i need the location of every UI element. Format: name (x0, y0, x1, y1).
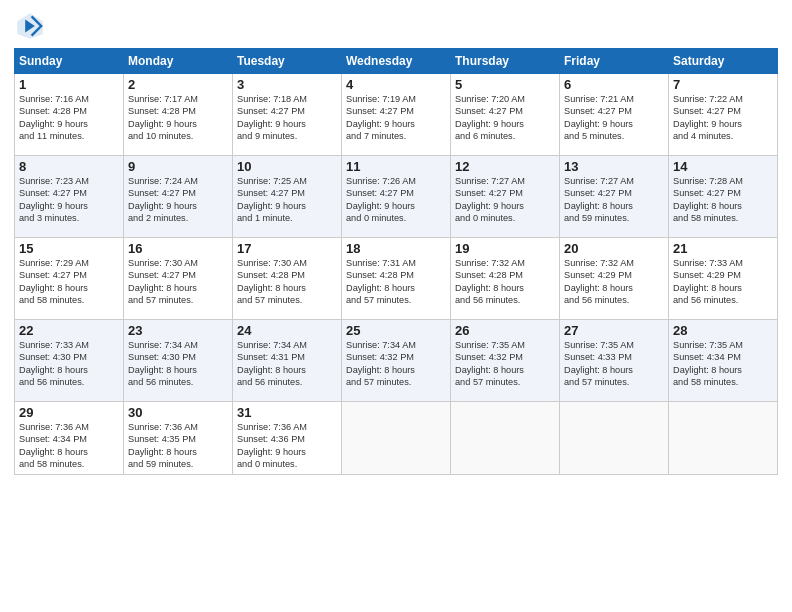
day-number: 16 (128, 241, 228, 256)
day-number: 20 (564, 241, 664, 256)
calendar-table: SundayMondayTuesdayWednesdayThursdayFrid… (14, 48, 778, 475)
cell-info: Sunrise: 7:33 AMSunset: 4:29 PMDaylight:… (673, 257, 773, 307)
calendar-cell: 11Sunrise: 7:26 AMSunset: 4:27 PMDayligh… (342, 156, 451, 238)
calendar-cell: 4Sunrise: 7:19 AMSunset: 4:27 PMDaylight… (342, 74, 451, 156)
cell-info: Sunrise: 7:22 AMSunset: 4:27 PMDaylight:… (673, 93, 773, 143)
day-number: 24 (237, 323, 337, 338)
day-number: 28 (673, 323, 773, 338)
cell-info: Sunrise: 7:36 AMSunset: 4:35 PMDaylight:… (128, 421, 228, 471)
day-number: 6 (564, 77, 664, 92)
day-number: 3 (237, 77, 337, 92)
calendar-cell: 21Sunrise: 7:33 AMSunset: 4:29 PMDayligh… (669, 238, 778, 320)
calendar-week-row: 8Sunrise: 7:23 AMSunset: 4:27 PMDaylight… (15, 156, 778, 238)
day-number: 31 (237, 405, 337, 420)
logo-icon (14, 10, 46, 42)
calendar-week-row: 15Sunrise: 7:29 AMSunset: 4:27 PMDayligh… (15, 238, 778, 320)
header-cell-monday: Monday (124, 49, 233, 74)
logo (14, 10, 50, 42)
calendar-cell: 13Sunrise: 7:27 AMSunset: 4:27 PMDayligh… (560, 156, 669, 238)
page: SundayMondayTuesdayWednesdayThursdayFrid… (0, 0, 792, 612)
calendar-cell: 2Sunrise: 7:17 AMSunset: 4:28 PMDaylight… (124, 74, 233, 156)
day-number: 17 (237, 241, 337, 256)
cell-info: Sunrise: 7:17 AMSunset: 4:28 PMDaylight:… (128, 93, 228, 143)
calendar-cell (342, 402, 451, 475)
calendar-cell: 29Sunrise: 7:36 AMSunset: 4:34 PMDayligh… (15, 402, 124, 475)
day-number: 2 (128, 77, 228, 92)
cell-info: Sunrise: 7:32 AMSunset: 4:29 PMDaylight:… (564, 257, 664, 307)
header-cell-thursday: Thursday (451, 49, 560, 74)
calendar-cell (669, 402, 778, 475)
calendar-cell: 10Sunrise: 7:25 AMSunset: 4:27 PMDayligh… (233, 156, 342, 238)
cell-info: Sunrise: 7:33 AMSunset: 4:30 PMDaylight:… (19, 339, 119, 389)
day-number: 14 (673, 159, 773, 174)
cell-info: Sunrise: 7:36 AMSunset: 4:36 PMDaylight:… (237, 421, 337, 471)
calendar-cell: 31Sunrise: 7:36 AMSunset: 4:36 PMDayligh… (233, 402, 342, 475)
calendar-cell: 8Sunrise: 7:23 AMSunset: 4:27 PMDaylight… (15, 156, 124, 238)
calendar-cell: 12Sunrise: 7:27 AMSunset: 4:27 PMDayligh… (451, 156, 560, 238)
calendar-cell: 20Sunrise: 7:32 AMSunset: 4:29 PMDayligh… (560, 238, 669, 320)
day-number: 15 (19, 241, 119, 256)
day-number: 5 (455, 77, 555, 92)
cell-info: Sunrise: 7:35 AMSunset: 4:33 PMDaylight:… (564, 339, 664, 389)
header-cell-sunday: Sunday (15, 49, 124, 74)
calendar-week-row: 1Sunrise: 7:16 AMSunset: 4:28 PMDaylight… (15, 74, 778, 156)
day-number: 25 (346, 323, 446, 338)
calendar-week-row: 29Sunrise: 7:36 AMSunset: 4:34 PMDayligh… (15, 402, 778, 475)
calendar-header-row: SundayMondayTuesdayWednesdayThursdayFrid… (15, 49, 778, 74)
calendar-cell: 5Sunrise: 7:20 AMSunset: 4:27 PMDaylight… (451, 74, 560, 156)
day-number: 27 (564, 323, 664, 338)
cell-info: Sunrise: 7:29 AMSunset: 4:27 PMDaylight:… (19, 257, 119, 307)
calendar-cell: 24Sunrise: 7:34 AMSunset: 4:31 PMDayligh… (233, 320, 342, 402)
cell-info: Sunrise: 7:26 AMSunset: 4:27 PMDaylight:… (346, 175, 446, 225)
cell-info: Sunrise: 7:27 AMSunset: 4:27 PMDaylight:… (455, 175, 555, 225)
calendar-cell: 18Sunrise: 7:31 AMSunset: 4:28 PMDayligh… (342, 238, 451, 320)
day-number: 21 (673, 241, 773, 256)
day-number: 13 (564, 159, 664, 174)
cell-info: Sunrise: 7:34 AMSunset: 4:30 PMDaylight:… (128, 339, 228, 389)
calendar-cell: 16Sunrise: 7:30 AMSunset: 4:27 PMDayligh… (124, 238, 233, 320)
calendar-cell: 23Sunrise: 7:34 AMSunset: 4:30 PMDayligh… (124, 320, 233, 402)
calendar-cell: 30Sunrise: 7:36 AMSunset: 4:35 PMDayligh… (124, 402, 233, 475)
cell-info: Sunrise: 7:20 AMSunset: 4:27 PMDaylight:… (455, 93, 555, 143)
calendar-cell: 28Sunrise: 7:35 AMSunset: 4:34 PMDayligh… (669, 320, 778, 402)
day-number: 29 (19, 405, 119, 420)
day-number: 26 (455, 323, 555, 338)
cell-info: Sunrise: 7:23 AMSunset: 4:27 PMDaylight:… (19, 175, 119, 225)
day-number: 4 (346, 77, 446, 92)
cell-info: Sunrise: 7:36 AMSunset: 4:34 PMDaylight:… (19, 421, 119, 471)
calendar-cell: 7Sunrise: 7:22 AMSunset: 4:27 PMDaylight… (669, 74, 778, 156)
day-number: 11 (346, 159, 446, 174)
calendar-cell: 6Sunrise: 7:21 AMSunset: 4:27 PMDaylight… (560, 74, 669, 156)
header-cell-saturday: Saturday (669, 49, 778, 74)
cell-info: Sunrise: 7:24 AMSunset: 4:27 PMDaylight:… (128, 175, 228, 225)
cell-info: Sunrise: 7:30 AMSunset: 4:28 PMDaylight:… (237, 257, 337, 307)
cell-info: Sunrise: 7:19 AMSunset: 4:27 PMDaylight:… (346, 93, 446, 143)
header-cell-tuesday: Tuesday (233, 49, 342, 74)
day-number: 18 (346, 241, 446, 256)
calendar-cell: 15Sunrise: 7:29 AMSunset: 4:27 PMDayligh… (15, 238, 124, 320)
calendar-cell: 14Sunrise: 7:28 AMSunset: 4:27 PMDayligh… (669, 156, 778, 238)
calendar-cell: 25Sunrise: 7:34 AMSunset: 4:32 PMDayligh… (342, 320, 451, 402)
cell-info: Sunrise: 7:34 AMSunset: 4:31 PMDaylight:… (237, 339, 337, 389)
calendar-cell: 9Sunrise: 7:24 AMSunset: 4:27 PMDaylight… (124, 156, 233, 238)
calendar-week-row: 22Sunrise: 7:33 AMSunset: 4:30 PMDayligh… (15, 320, 778, 402)
cell-info: Sunrise: 7:32 AMSunset: 4:28 PMDaylight:… (455, 257, 555, 307)
cell-info: Sunrise: 7:34 AMSunset: 4:32 PMDaylight:… (346, 339, 446, 389)
calendar-cell: 1Sunrise: 7:16 AMSunset: 4:28 PMDaylight… (15, 74, 124, 156)
day-number: 19 (455, 241, 555, 256)
calendar-cell (451, 402, 560, 475)
day-number: 7 (673, 77, 773, 92)
calendar-cell: 22Sunrise: 7:33 AMSunset: 4:30 PMDayligh… (15, 320, 124, 402)
cell-info: Sunrise: 7:21 AMSunset: 4:27 PMDaylight:… (564, 93, 664, 143)
calendar-cell: 26Sunrise: 7:35 AMSunset: 4:32 PMDayligh… (451, 320, 560, 402)
calendar-cell: 3Sunrise: 7:18 AMSunset: 4:27 PMDaylight… (233, 74, 342, 156)
cell-info: Sunrise: 7:18 AMSunset: 4:27 PMDaylight:… (237, 93, 337, 143)
day-number: 12 (455, 159, 555, 174)
calendar-cell: 19Sunrise: 7:32 AMSunset: 4:28 PMDayligh… (451, 238, 560, 320)
day-number: 22 (19, 323, 119, 338)
day-number: 23 (128, 323, 228, 338)
cell-info: Sunrise: 7:35 AMSunset: 4:32 PMDaylight:… (455, 339, 555, 389)
header (14, 10, 778, 42)
cell-info: Sunrise: 7:27 AMSunset: 4:27 PMDaylight:… (564, 175, 664, 225)
cell-info: Sunrise: 7:28 AMSunset: 4:27 PMDaylight:… (673, 175, 773, 225)
